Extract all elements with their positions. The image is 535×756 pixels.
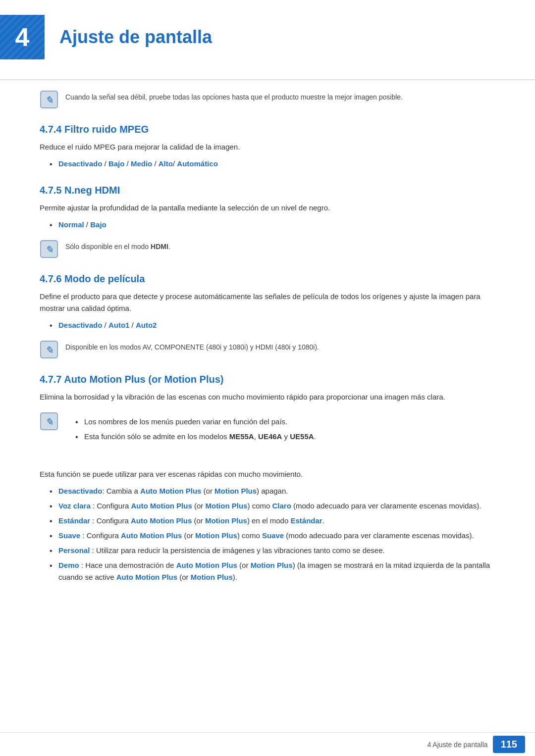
section-body-0: Reduce el ruido MPEG para mejorar la cal…: [40, 141, 495, 153]
list-item: Voz clara : Configura Auto Motion Plus (…: [50, 500, 495, 512]
section-heading-0: 4.7.4 Filtro ruido MPEG: [40, 124, 495, 135]
list-item: Esta función sólo se admite en los model…: [75, 431, 316, 443]
svg-text:✎: ✎: [45, 95, 54, 105]
note-bullets-3: Los nombres de los menús pueden variar e…: [65, 416, 316, 446]
page-header: 4 Ajuste de pantalla: [0, 0, 535, 69]
sections-container: 4.7.4 Filtro ruido MPEGReduce el ruido M…: [40, 124, 495, 583]
list-item: Normal / Bajo: [50, 219, 495, 231]
chapter-number: 4: [15, 22, 30, 52]
section-body-2: Define el producto para que detecte y pr…: [40, 291, 495, 314]
svg-text:✎: ✎: [45, 345, 54, 355]
list-item: Demo : Hace una demostración de Auto Mot…: [50, 559, 495, 583]
content-area: ✎ Cuando la señal sea débil, pruebe toda…: [0, 90, 535, 631]
intro-note: ✎ Cuando la señal sea débil, pruebe toda…: [40, 90, 495, 109]
note-icon: ✎: [40, 240, 58, 258]
note-icon: ✎: [40, 412, 58, 431]
list-item: Desactivado / Bajo / Medio / Alto/ Autom…: [50, 158, 495, 170]
section-body-1: Permite ajustar la profundidad de la pan…: [40, 202, 495, 214]
bullet-list-1: Normal / Bajo: [40, 219, 495, 231]
list-item: Personal : Utilizar para reducir la pers…: [50, 545, 495, 556]
intro-note-text: Cuando la señal sea débil, pruebe todas …: [65, 90, 403, 102]
section-heading-2: 4.7.6 Modo de película: [40, 273, 495, 285]
chapter-number-block: 4: [0, 15, 45, 59]
header-divider: [0, 79, 535, 80]
note-box-3: ✎ Los nombres de los menús pueden variar…: [40, 412, 495, 454]
items-list-3: Desactivado: Cambia a Auto Motion Plus (…: [40, 485, 495, 583]
chapter-title: Ajuste de pantalla: [59, 27, 212, 48]
svg-text:✎: ✎: [45, 244, 54, 255]
note-text-1-0: Sólo disponible en el modo HDMI.: [65, 240, 170, 252]
bullet-list-0: Desactivado / Bajo / Medio / Alto/ Autom…: [40, 158, 495, 170]
note-icon: ✎: [40, 90, 58, 109]
section-heading-1: 4.7.5 N.neg HDMI: [40, 185, 495, 196]
section-body1-3: Elimina la borrosidad y la vibración de …: [40, 391, 495, 403]
note-text-2-0: Disponible en los modos AV, COMPONENTE (…: [65, 340, 319, 353]
section-heading-3: 4.7.7 Auto Motion Plus (or Motion Plus): [40, 374, 495, 385]
note-box-1-0: ✎ Sólo disponible en el modo HDMI.: [40, 240, 495, 258]
note-icon: ✎: [40, 340, 58, 359]
list-item: Desactivado / Auto1 / Auto2: [50, 319, 495, 331]
list-item: Suave : Configura Auto Motion Plus (or M…: [50, 530, 495, 542]
footer-label: 4 Ajuste de pantalla: [427, 741, 487, 749]
list-item: Los nombres de los menús pueden variar e…: [75, 416, 316, 428]
list-item: Desactivado: Cambia a Auto Motion Plus (…: [50, 485, 495, 497]
section-body2-3: Esta función se puede utilizar para ver …: [40, 468, 495, 480]
svg-text:✎: ✎: [45, 416, 54, 427]
bullet-list-2: Desactivado / Auto1 / Auto2: [40, 319, 495, 331]
note-box-2-0: ✎ Disponible en los modos AV, COMPONENTE…: [40, 340, 495, 359]
footer-page-number: 115: [493, 736, 525, 753]
list-item: Estándar : Configura Auto Motion Plus (o…: [50, 515, 495, 527]
page-footer: 4 Ajuste de pantalla 115: [0, 732, 535, 756]
